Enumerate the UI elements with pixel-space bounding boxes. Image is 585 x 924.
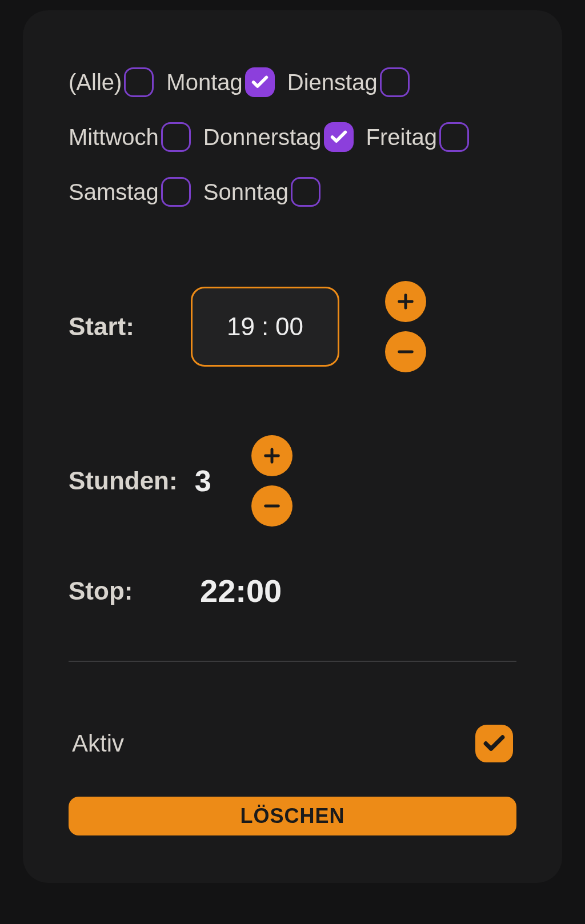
day-checkbox[interactable] — [245, 67, 275, 97]
check-icon — [482, 731, 507, 756]
day-checkbox[interactable] — [380, 67, 410, 97]
active-row: Aktiv — [69, 725, 516, 762]
day-label: Mittwoch — [69, 124, 159, 150]
schedule-card: (Alle)MontagDienstagMittwochDonnerstagFr… — [23, 10, 562, 883]
start-row: Start: 19 : 00 — [69, 281, 516, 372]
day-checkbox[interactable] — [324, 122, 354, 152]
day-label: (Alle) — [69, 70, 122, 95]
start-time-input[interactable]: 19 : 00 — [191, 287, 339, 367]
day-label: Samstag — [69, 179, 159, 205]
day-thursday[interactable]: Donnerstag — [203, 122, 354, 152]
hours-plus-button[interactable] — [251, 435, 292, 476]
check-icon — [250, 73, 270, 92]
day-monday[interactable]: Montag — [166, 67, 274, 97]
hours-row: Stunden: 3 — [69, 435, 516, 527]
start-label: Start: — [69, 312, 177, 341]
minus-icon — [396, 342, 415, 361]
day-wednesday[interactable]: Mittwoch — [69, 122, 191, 152]
day-label: Freitag — [366, 124, 438, 150]
day-checkbox[interactable] — [291, 177, 320, 207]
day-label: Dienstag — [287, 70, 378, 95]
day-friday[interactable]: Freitag — [366, 122, 470, 152]
day-label: Montag — [166, 70, 242, 95]
plus-icon — [262, 446, 282, 465]
hours-value: 3 — [195, 464, 211, 498]
start-plus-button[interactable] — [385, 281, 426, 322]
day-saturday[interactable]: Samstag — [69, 177, 191, 207]
divider — [69, 661, 516, 662]
day-all[interactable]: (Alle) — [69, 67, 154, 97]
start-minute: 00 — [275, 312, 303, 341]
day-tuesday[interactable]: Dienstag — [287, 67, 410, 97]
day-label: Donnerstag — [203, 124, 322, 150]
active-label: Aktiv — [72, 730, 124, 757]
hours-label: Stunden: — [69, 467, 178, 495]
day-checkbox[interactable] — [161, 177, 191, 207]
stop-label: Stop: — [69, 577, 177, 605]
time-colon: : — [262, 312, 269, 341]
day-sunday[interactable]: Sonntag — [203, 177, 320, 207]
start-stepper — [385, 281, 426, 372]
day-checkbox[interactable] — [439, 122, 469, 152]
start-hour: 19 — [227, 312, 255, 341]
plus-icon — [396, 292, 415, 311]
minus-icon — [262, 496, 282, 516]
stop-value: 22:00 — [200, 572, 282, 609]
start-minus-button[interactable] — [385, 331, 426, 372]
days-group: (Alle)MontagDienstagMittwochDonnerstagFr… — [69, 67, 516, 207]
stop-row: Stop: 22:00 — [69, 572, 516, 609]
active-checkbox[interactable] — [475, 725, 513, 762]
day-label: Sonntag — [203, 179, 289, 205]
hours-stepper — [251, 435, 292, 527]
hours-minus-button[interactable] — [251, 485, 292, 527]
day-checkbox[interactable] — [161, 122, 191, 152]
delete-button[interactable]: LÖSCHEN — [69, 797, 516, 835]
check-icon — [329, 127, 348, 147]
day-checkbox[interactable] — [124, 67, 154, 97]
